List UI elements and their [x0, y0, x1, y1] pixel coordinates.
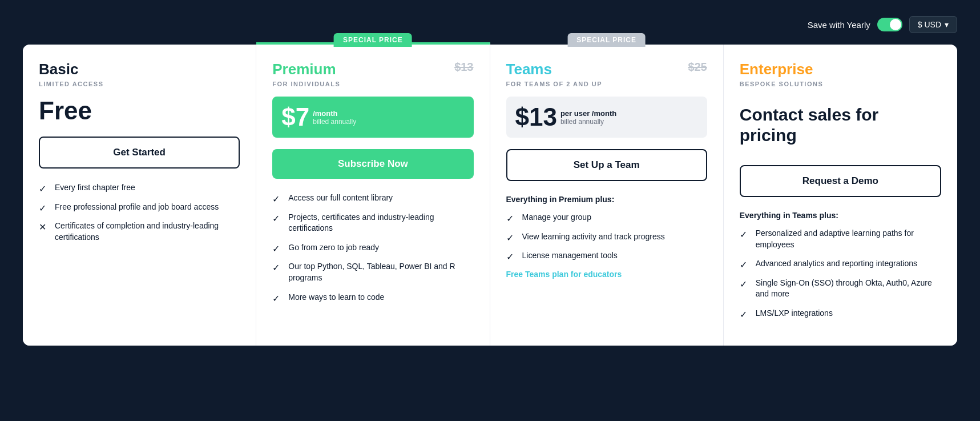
special-price-badge-teams: SPECIAL PRICE — [567, 33, 646, 47]
plan-card-basic: BasicLIMITED ACCESSFreeGet Started ✓ Eve… — [23, 45, 256, 346]
feature-item-basic-2: ✕ Certificates of completion and industr… — [39, 220, 240, 243]
plan-subtitle-teams: FOR TEAMS OF 2 AND UP — [506, 81, 707, 87]
feature-item-premium-3: ✓ Our top Python, SQL, Tableau, Power BI… — [272, 261, 473, 283]
chevron-down-icon: ▾ — [945, 20, 949, 29]
feature-text-enterprise-2: Single Sign-On (SSO) through Okta, Auth0… — [756, 278, 941, 300]
cta-button-premium[interactable]: Subscribe Now — [272, 149, 473, 179]
feature-item-teams-1: ✓ View learning activity and track progr… — [506, 231, 707, 243]
plan-name-enterprise: Enterprise — [740, 61, 941, 78]
check-icon: ✓ — [39, 183, 49, 193]
currency-label: $ USD — [918, 20, 941, 29]
feature-item-enterprise-0: ✓ Personalized and adaptive learning pat… — [740, 228, 941, 250]
old-price-premium: $13 — [454, 61, 473, 74]
price-billing-premium: billed annually — [313, 118, 356, 126]
feature-item-teams-2: ✓ License management tools — [506, 250, 707, 262]
feature-item-teams-0: ✓ Manage your group — [506, 212, 707, 223]
check-icon: ✓ — [740, 259, 750, 269]
save-yearly-label: Save with Yearly — [808, 20, 870, 30]
x-icon: ✕ — [39, 221, 49, 231]
plan-card-teams: SPECIAL PRICE$25TeamsFOR TEAMS OF 2 AND … — [490, 45, 724, 346]
price-block-teams: $13 per user /month billed annually — [506, 97, 707, 138]
feature-item-basic-0: ✓ Every first chapter free — [39, 182, 240, 194]
feature-item-enterprise-1: ✓ Advanced analytics and reporting integ… — [740, 258, 941, 270]
check-icon: ✓ — [272, 243, 283, 253]
check-icon: ✓ — [506, 232, 517, 242]
cta-button-teams[interactable]: Set Up a Team — [506, 149, 707, 181]
feature-text-teams-1: View learning activity and track progres… — [522, 231, 665, 243]
check-icon: ✓ — [272, 193, 283, 203]
plan-subtitle-enterprise: BESPOKE SOLUTIONS — [740, 81, 941, 87]
old-price-teams: $25 — [688, 61, 707, 74]
feature-item-enterprise-2: ✓ Single Sign-On (SSO) through Okta, Aut… — [740, 278, 941, 300]
check-icon: ✓ — [506, 251, 517, 261]
feature-text-basic-2: Certificates of completion and industry-… — [55, 220, 240, 243]
feature-text-basic-0: Every first chapter free — [55, 182, 135, 194]
price-amount-teams: $13 — [515, 105, 557, 130]
check-icon: ✓ — [740, 278, 750, 288]
feature-text-enterprise-1: Advanced analytics and reporting integra… — [756, 258, 917, 270]
price-details-teams: per user /month billed annually — [560, 109, 616, 126]
features-intro-enterprise: Everything in Teams plus: — [740, 211, 941, 220]
check-icon: ✓ — [740, 228, 750, 239]
feature-text-teams-0: Manage your group — [522, 212, 591, 223]
educator-link-teams[interactable]: Free Teams plan for educators — [506, 270, 707, 279]
plan-name-basic: Basic — [39, 61, 240, 78]
feature-item-premium-2: ✓ Go from zero to job ready — [272, 242, 473, 254]
feature-item-enterprise-3: ✓ LMS/LXP integrations — [740, 308, 941, 319]
plan-card-premium: SPECIAL PRICE$13PremiumFOR INDIVIDUALS $… — [256, 42, 490, 346]
toggle-knob — [890, 19, 901, 30]
feature-text-premium-3: Our top Python, SQL, Tableau, Power BI a… — [288, 261, 473, 283]
check-icon: ✓ — [272, 212, 283, 223]
yearly-toggle[interactable] — [877, 18, 902, 31]
cta-button-enterprise[interactable]: Request a Demo — [740, 165, 941, 197]
feature-text-premium-1: Projects, certificates and industry-lead… — [288, 212, 473, 234]
features-intro-teams: Everything in Premium plus: — [506, 195, 707, 204]
feature-item-premium-1: ✓ Projects, certificates and industry-le… — [272, 212, 473, 234]
check-icon: ✓ — [272, 262, 283, 272]
price-details-premium: /month billed annually — [313, 109, 356, 126]
price-block-enterprise: Contact sales for pricing — [740, 97, 941, 154]
price-amount-premium: $7 — [281, 105, 309, 130]
check-icon: ✓ — [740, 308, 750, 319]
feature-text-basic-1: Free professional profile and job board … — [55, 202, 219, 213]
feature-text-enterprise-0: Personalized and adaptive learning paths… — [756, 228, 941, 250]
feature-text-premium-4: More ways to learn to code — [288, 292, 384, 303]
plan-card-enterprise: EnterpriseBESPOKE SOLUTIONS Contact sale… — [724, 45, 957, 346]
feature-text-premium-2: Go from zero to job ready — [288, 242, 379, 254]
check-icon: ✓ — [506, 212, 517, 223]
plan-name-premium: Premium — [272, 61, 473, 78]
pricing-cards-container: BasicLIMITED ACCESSFreeGet Started ✓ Eve… — [23, 45, 957, 346]
feature-item-premium-0: ✓ Access our full content library — [272, 193, 473, 204]
check-icon: ✓ — [39, 202, 49, 212]
plan-name-teams: Teams — [506, 61, 707, 78]
feature-text-premium-0: Access our full content library — [288, 193, 393, 204]
plan-subtitle-premium: FOR INDIVIDUALS — [272, 81, 473, 87]
currency-selector[interactable]: $ USD ▾ — [909, 16, 957, 33]
feature-item-premium-4: ✓ More ways to learn to code — [272, 292, 473, 303]
plan-subtitle-basic: LIMITED ACCESS — [39, 81, 240, 87]
feature-text-teams-2: License management tools — [522, 250, 618, 262]
price-block-premium: $7 /month billed annually — [272, 97, 473, 138]
feature-item-basic-1: ✓ Free professional profile and job boar… — [39, 202, 240, 213]
special-price-badge-premium: SPECIAL PRICE — [334, 33, 412, 47]
price-per-teams: per user /month — [560, 109, 616, 118]
price-free: Free — [39, 97, 240, 125]
price-per-premium: /month — [313, 109, 356, 118]
price-billing-teams: billed annually — [560, 118, 616, 126]
contact-price-text: Contact sales for pricing — [740, 105, 932, 146]
cta-button-basic[interactable]: Get Started — [39, 137, 240, 169]
check-icon: ✓ — [272, 292, 283, 303]
top-bar: Save with Yearly $ USD ▾ — [23, 11, 957, 45]
feature-text-enterprise-3: LMS/LXP integrations — [756, 308, 833, 319]
